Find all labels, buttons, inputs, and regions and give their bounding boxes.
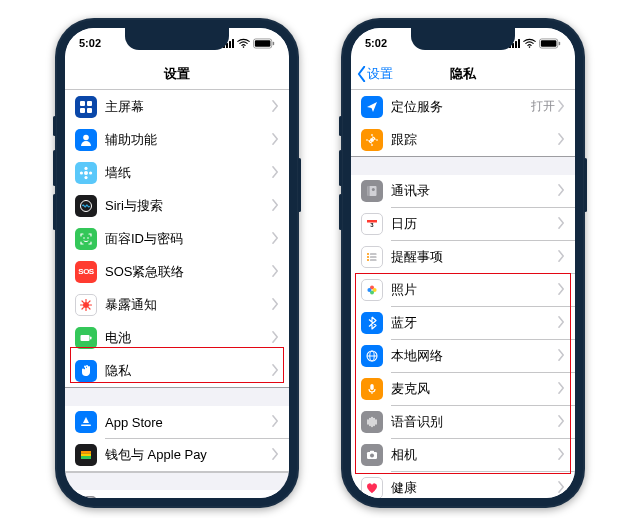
settings-row-passwords[interactable]: 密码 [65, 490, 289, 498]
settings-row-calendar[interactable]: 日历 [351, 208, 575, 241]
row-label: Siri与搜索 [105, 197, 272, 215]
settings-row-reminders[interactable]: 提醒事项 [351, 241, 575, 274]
disclosure-chevron-icon [558, 215, 565, 233]
disclosure-chevron-icon [558, 413, 565, 431]
settings-row-microphone[interactable]: 麦克风 [351, 373, 575, 406]
notch [411, 28, 515, 50]
contacts-icon [361, 180, 383, 202]
privacy-icon [75, 360, 97, 382]
disclosure-chevron-icon [272, 98, 279, 116]
settings-group: 主屏幕辅助功能墙纸Siri与搜索面容ID与密码SOSSOS紧急联络暴露通知电池隐… [65, 90, 289, 388]
settings-row-tracking[interactable]: 跟踪 [351, 123, 575, 156]
row-label: 语音识别 [391, 413, 558, 431]
sos-icon: SOS [75, 261, 97, 283]
nav-bar: 设置 隐私 [351, 58, 575, 90]
disclosure-chevron-icon [272, 230, 279, 248]
settings-row-bluetooth[interactable]: 蓝牙 [351, 307, 575, 340]
row-label: 辅助功能 [105, 131, 272, 149]
wifi-icon [523, 38, 536, 48]
row-label: 电池 [105, 329, 272, 347]
battery-icon [75, 327, 97, 349]
disclosure-chevron-icon [272, 131, 279, 149]
row-label: 定位服务 [391, 98, 531, 116]
accessibility-icon [75, 129, 97, 151]
row-label: 隐私 [105, 362, 272, 380]
notch [125, 28, 229, 50]
appstore-icon [75, 411, 97, 433]
settings-row-siri[interactable]: Siri与搜索 [65, 189, 289, 222]
back-button[interactable]: 设置 [357, 65, 393, 83]
row-label: 提醒事项 [391, 248, 558, 266]
settings-group: 密码邮件通讯录 [65, 490, 289, 498]
row-label: 本地网络 [391, 347, 558, 365]
row-label: 密码 [105, 498, 272, 499]
disclosure-chevron-icon [558, 347, 565, 365]
status-time: 5:02 [365, 37, 387, 49]
settings-row-speech[interactable]: 语音识别 [351, 406, 575, 439]
back-label: 设置 [367, 65, 393, 83]
home-screen-icon [75, 96, 97, 118]
row-label: SOS紧急联络 [105, 263, 272, 281]
wallpaper-icon [75, 162, 97, 184]
settings-row-appstore[interactable]: App Store [65, 406, 289, 439]
settings-row-contacts[interactable]: 通讯录 [351, 175, 575, 208]
settings-row-camera[interactable]: 相机 [351, 439, 575, 472]
wifi-icon [237, 38, 250, 48]
nav-title: 设置 [164, 65, 190, 83]
settings-row-accessibility[interactable]: 辅助功能 [65, 123, 289, 156]
disclosure-chevron-icon [558, 98, 565, 116]
settings-row-wallpaper[interactable]: 墙纸 [65, 156, 289, 189]
nav-title: 隐私 [450, 65, 476, 83]
row-label: 相机 [391, 446, 558, 464]
settings-group: 通讯录日历提醒事项照片蓝牙本地网络麦克风语音识别相机健康 [351, 175, 575, 499]
settings-row-photos[interactable]: 照片 [351, 274, 575, 307]
camera-icon [361, 444, 383, 466]
settings-row-privacy[interactable]: 隐私 [65, 354, 289, 387]
bluetooth-icon [361, 312, 383, 334]
settings-row-battery[interactable]: 电池 [65, 321, 289, 354]
settings-row-sos[interactable]: SOSSOS紧急联络 [65, 255, 289, 288]
siri-icon [75, 195, 97, 217]
settings-row-wallet[interactable]: 钱包与 Apple Pay [65, 439, 289, 472]
disclosure-chevron-icon [558, 446, 565, 464]
disclosure-chevron-icon [272, 329, 279, 347]
disclosure-chevron-icon [558, 182, 565, 200]
disclosure-chevron-icon [558, 479, 565, 497]
localnet-icon [361, 345, 383, 367]
battery-icon [539, 38, 561, 49]
disclosure-chevron-icon [558, 380, 565, 398]
disclosure-chevron-icon [558, 281, 565, 299]
disclosure-chevron-icon [558, 131, 565, 149]
phone-left: 5:02 设置 主屏幕辅助功能墙纸Siri与搜索面容ID与密码SOSSOS紧急联… [55, 18, 299, 508]
disclosure-chevron-icon [272, 296, 279, 314]
passwords-icon [75, 496, 97, 499]
row-label: 钱包与 Apple Pay [105, 446, 272, 464]
row-label: 暴露通知 [105, 296, 272, 314]
row-label: 麦克风 [391, 380, 558, 398]
disclosure-chevron-icon [272, 446, 279, 464]
row-label: 健康 [391, 479, 558, 497]
disclosure-chevron-icon [272, 197, 279, 215]
reminders-icon [361, 246, 383, 268]
disclosure-chevron-icon [558, 314, 565, 332]
settings-row-location[interactable]: 定位服务打开 [351, 90, 575, 123]
settings-row-exposure[interactable]: 暴露通知 [65, 288, 289, 321]
calendar-icon [361, 213, 383, 235]
disclosure-chevron-icon [272, 413, 279, 431]
disclosure-chevron-icon [272, 362, 279, 380]
row-value: 打开 [531, 98, 555, 115]
battery-icon [253, 38, 275, 49]
settings-row-localnet[interactable]: 本地网络 [351, 340, 575, 373]
disclosure-chevron-icon [558, 248, 565, 266]
phone-right: 5:02 设置 隐私 定位服务打开跟踪通讯录日历提醒事项照片蓝牙本地网络 [341, 18, 585, 508]
tracking-icon [361, 129, 383, 151]
row-label: App Store [105, 415, 272, 430]
row-label: 通讯录 [391, 182, 558, 200]
settings-row-faceid[interactable]: 面容ID与密码 [65, 222, 289, 255]
exposure-icon [75, 294, 97, 316]
status-time: 5:02 [79, 37, 101, 49]
settings-row-health[interactable]: 健康 [351, 472, 575, 499]
disclosure-chevron-icon [272, 498, 279, 499]
settings-group: 定位服务打开跟踪 [351, 90, 575, 157]
settings-row-home-screen[interactable]: 主屏幕 [65, 90, 289, 123]
